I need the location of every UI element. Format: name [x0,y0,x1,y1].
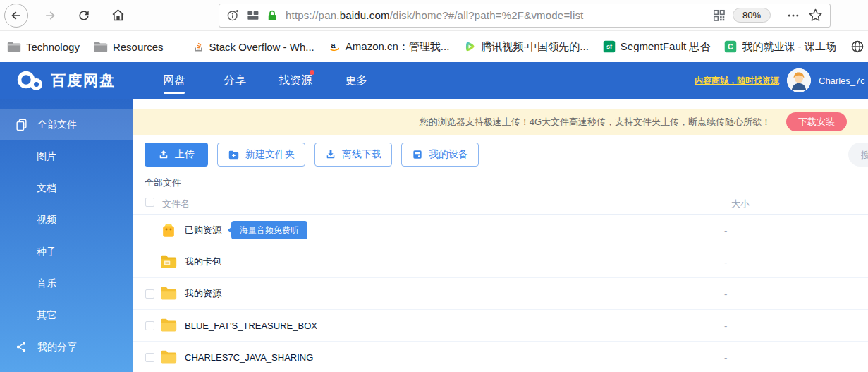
bookmark-tencent-video[interactable]: 腾讯视频-中国领先的... [463,40,589,54]
sidebar-label: 我的分享 [37,341,77,354]
address-bar[interactable]: https://pan.baidu.com/disk/home?#/all?pa… [219,4,831,28]
sidebar-item-others[interactable]: 其它 [0,299,133,331]
nav-tab-disk[interactable]: 网盘 [144,62,204,99]
share-icon [15,340,28,354]
column-header-filename[interactable]: 文件名 [162,198,190,210]
content: 全部文件 图片 文档 视频 种子 音乐 其它 我的分享 您的浏览器支持极速上传！… [0,99,868,372]
site-info-icon[interactable] [226,8,240,22]
sidebar-item-my-shares[interactable]: 我的分享 [0,331,133,363]
forward-button[interactable] [38,4,62,28]
sidebar-label: 音乐 [37,277,56,290]
lock-icon[interactable] [266,9,279,22]
sidebar-label: 其它 [37,309,56,322]
download-icon [325,149,336,160]
select-all-checkbox[interactable] [145,198,154,207]
notification-dot [310,70,314,75]
card-folder-icon [160,254,177,268]
file-size: - [724,352,727,363]
file-list-header: 文件名 大小 [133,192,868,215]
file-row-purchased[interactable]: 已购资源海量音频免费听 - [133,215,868,246]
bookmarks-bar: Technology Resources Stack Overflow - Wh… [0,31,868,62]
address-bar-icons [226,8,279,22]
url-text[interactable]: https://pan.baidu.com/disk/home?#/all?pa… [286,9,584,21]
avatar[interactable] [787,68,811,92]
sidebar-item-torrents[interactable]: 种子 [0,236,133,268]
back-arrow-icon [9,8,23,23]
svg-text:C: C [728,43,734,51]
bookmark-label: 腾讯视频-中国领先的... [481,40,589,54]
nav-tab-more[interactable]: 更多 [326,62,386,99]
my-devices-button[interactable]: 我的设备 [401,143,479,167]
url-prefix: https://pan. [286,9,340,21]
bookmark-kgc[interactable]: C 我的就业课 - 课工场 [724,40,836,54]
folder-icon [94,41,108,53]
column-header-size[interactable]: 大小 [731,198,750,210]
new-folder-button[interactable]: 新建文件夹 [217,143,305,167]
search-input[interactable] [848,143,868,167]
file-toolbar: 上传 新建文件夹 离线下载 我的设备 [133,143,868,167]
home-icon [111,8,126,23]
file-row-java-sharing[interactable]: CHARLES7C_JAVA_SHARING - [133,342,868,372]
reload-button[interactable] [72,4,96,28]
bookmark-star-icon[interactable] [808,8,823,23]
bookmark-stackoverflow[interactable]: Stack Overflow - Wh... [192,40,314,53]
folder-icon [160,349,177,364]
back-button[interactable] [4,4,28,28]
home-button[interactable] [106,4,130,28]
nav-tab-find-resources[interactable]: 找资源 [265,62,326,99]
file-row-treasure-box[interactable]: BLUE_FAT'S_TREASURE_BOX - [133,310,868,342]
baidu-pan-brand[interactable]: 百度网盘 [0,68,116,92]
content-mall-link[interactable]: 内容商城，随时找资源 [695,75,779,87]
bookmark-amazon[interactable]: a Amazon.cn：管理我... [329,40,450,54]
file-name[interactable]: 我的卡包 [185,256,221,268]
bookmark-overflow[interactable]: W [850,40,868,54]
header-right: 内容商城，随时找资源 Charles_7c [695,68,868,92]
bookmarks-divider [178,39,178,54]
file-row-my-resources[interactable]: 我的资源 - [133,278,868,310]
page-actions-icon[interactable] [786,8,801,23]
main-panel: 您的浏览器支持极速上传！4G大文件高速秒传，支持文件夹上传，断点续传随心所欲！ … [133,99,868,372]
file-name[interactable]: 已购资源 [185,224,221,236]
promo-banner: 您的浏览器支持极速上传！4G大文件高速秒传，支持文件夹上传，断点续传随心所欲！ … [133,109,868,135]
nav-tab-share[interactable]: 分享 [204,62,265,99]
sidebar-item-music[interactable]: 音乐 [0,268,133,299]
file-size: - [724,289,727,299]
download-install-button[interactable]: 下载安装 [786,112,847,131]
bookmark-label: Resources [113,41,164,53]
row-checkbox[interactable] [145,353,154,362]
sidebar-label: 图片 [37,150,56,163]
file-row-card-wallet[interactable]: 我的卡包 - [133,246,868,278]
tencent-video-icon [463,40,476,53]
file-name[interactable]: 我的资源 [185,287,221,300]
banner-text: 您的浏览器支持极速上传！4G大文件高速秒传，支持文件夹上传，断点续传随心所欲！ [420,116,771,128]
button-label: 上传 [175,148,195,161]
nav-label: 网盘 [163,73,185,88]
nav-label: 分享 [224,73,246,88]
container-icon[interactable] [246,8,259,22]
segmentfault-icon: sf [603,40,616,53]
file-name[interactable]: BLUE_FAT'S_TREASURE_BOX [185,320,317,331]
sidebar-item-images[interactable]: 图片 [0,140,133,172]
file-name[interactable]: CHARLES7C_JAVA_SHARING [185,352,313,363]
sidebar-label: 文档 [37,182,56,195]
file-size: - [724,225,727,236]
svg-text:a: a [331,41,336,49]
bookmark-folder-resources[interactable]: Resources [94,41,164,53]
offline-download-button[interactable]: 离线下载 [314,143,392,167]
upload-button[interactable]: 上传 [145,143,208,167]
audio-promo-badge[interactable]: 海量音频免费听 [231,221,307,239]
row-checkbox[interactable] [145,289,154,299]
nav-label: 找资源 [279,73,312,88]
bookmark-segmentfault[interactable]: sf SegmentFault 思否 [603,40,711,54]
row-checkbox[interactable] [145,321,154,330]
sidebar-item-documents[interactable]: 文档 [0,172,133,204]
username[interactable]: Charles_7c [819,76,868,86]
sidebar-label: 视频 [37,214,56,227]
zoom-level-badge[interactable]: 80% [733,8,771,23]
sidebar-item-videos[interactable]: 视频 [0,204,133,236]
brand-title: 百度网盘 [51,71,116,90]
bookmark-folder-technology[interactable]: Technology [7,41,80,53]
qr-code-icon[interactable] [712,8,726,22]
folder-icon [7,41,21,53]
sidebar-item-all-files[interactable]: 全部文件 [0,109,133,140]
